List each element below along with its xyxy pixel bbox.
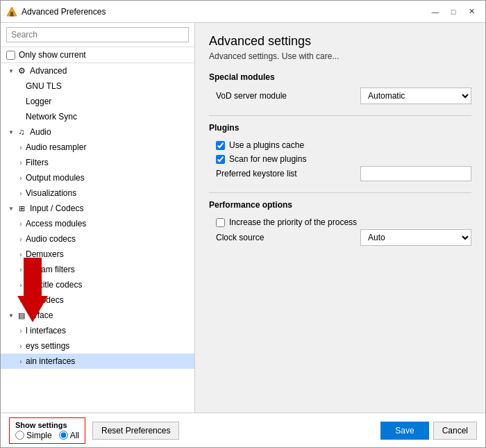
tree-item-main-interfaces[interactable]: › l interfaces xyxy=(1,323,194,338)
label-keys-settings: eys settings xyxy=(26,341,69,351)
only-show-current-checkbox[interactable] xyxy=(6,51,15,60)
tree-item-advanced[interactable]: ▼ ⚙ Advanced xyxy=(1,63,194,78)
tree-item-demuxers[interactable]: › Demuxers xyxy=(1,247,194,262)
tree-item-main-interfaces2[interactable]: › ain interfaces xyxy=(1,354,194,369)
search-box xyxy=(1,23,194,47)
row-plugins-cache: Use a plugins cache xyxy=(209,138,471,152)
arrow-keys-settings: › xyxy=(16,342,26,350)
title-bar: Advanced Preferences — □ ✕ xyxy=(1,1,485,23)
label-clock-source: Clock source xyxy=(216,233,360,242)
section-title-special-modules: Special modules xyxy=(209,72,471,82)
arrow-input-codecs: ▼ xyxy=(6,206,16,212)
main-window: Advanced Preferences — □ ✕ Only show cur… xyxy=(0,0,486,448)
tree-item-subtitle-codecs[interactable]: › Subtitle codecs xyxy=(1,277,194,292)
tree-item-logger[interactable]: Logger xyxy=(1,94,194,109)
checkbox-plugins-cache[interactable] xyxy=(216,141,225,150)
panel-title: Advanced settings xyxy=(209,34,471,49)
tree-item-visualizations[interactable]: › Visualizations xyxy=(1,185,194,201)
label-filters: Filters xyxy=(26,158,49,167)
label-input-codecs: Input / Codecs xyxy=(30,204,83,213)
section-performance: Performance options Increase the priorit… xyxy=(209,200,471,246)
section-special-modules: Special modules VoD server module Automa… xyxy=(209,72,471,104)
reset-button[interactable]: Reset Preferences xyxy=(92,422,179,440)
only-show-current-row: Only show current xyxy=(1,47,194,63)
radio-simple[interactable]: Simple xyxy=(15,431,52,440)
radio-simple-label: Simple xyxy=(26,431,52,440)
arrow-access-modules: › xyxy=(16,220,26,228)
section-plugins: Plugins Use a plugins cache Scan for new… xyxy=(209,123,471,181)
label-subtitle-codecs: Subtitle codecs xyxy=(26,280,82,290)
tree-item-input-codecs[interactable]: ▼ ⊞ Input / Codecs xyxy=(1,201,194,216)
cancel-button[interactable]: Cancel xyxy=(433,422,477,440)
svg-rect-1 xyxy=(10,12,13,15)
radio-group: Simple All xyxy=(15,431,79,440)
label-audio-codecs: Audio codecs xyxy=(26,234,76,244)
row-vod-server: VoD server module Automatic None xyxy=(209,88,471,104)
checkbox-scan-new-plugins[interactable] xyxy=(216,155,225,164)
label-audio: Audio xyxy=(30,127,51,137)
tree-item-audio-resampler[interactable]: › Audio resampler xyxy=(1,140,194,155)
tree-item-audio[interactable]: ▼ ♫ Audio xyxy=(1,124,194,140)
svg-rect-2 xyxy=(10,15,14,17)
select-clock-source[interactable]: Auto System Monotonic xyxy=(360,229,471,246)
arrow-audio: ▼ xyxy=(6,129,16,135)
tree-item-access-modules[interactable]: › Access modules xyxy=(1,216,194,231)
main-content: Only show current ▼ ⚙ Advanced GNU TLS L… xyxy=(1,23,485,413)
tree-item-output-modules[interactable]: › Output modules xyxy=(1,170,194,185)
radio-simple-input[interactable] xyxy=(15,431,24,440)
tree-item-filters[interactable]: › Filters xyxy=(1,155,194,170)
radio-all-input[interactable] xyxy=(59,431,68,440)
select-vod-server[interactable]: Automatic None xyxy=(360,88,471,104)
icon-input-codecs: ⊞ xyxy=(16,203,27,214)
arrow-video-codecs: › xyxy=(16,297,26,304)
tree-item-keys-settings[interactable]: › eys settings xyxy=(1,338,194,354)
tree-item-gnu-tls[interactable]: GNU TLS xyxy=(1,78,194,94)
input-preferred-keystore[interactable] xyxy=(360,166,471,181)
label-network-sync: Network Sync xyxy=(26,112,77,122)
checkbox-increase-priority[interactable] xyxy=(216,218,225,227)
arrow-visualizations: › xyxy=(16,190,26,197)
window-controls: — □ ✕ xyxy=(427,5,480,19)
maximize-button[interactable]: □ xyxy=(445,5,462,19)
arrow-audio-resampler: › xyxy=(16,144,26,151)
arrow-filters: › xyxy=(16,159,26,167)
label-audio-resampler: Audio resampler xyxy=(26,142,86,152)
label-demuxers: Demuxers xyxy=(26,249,64,259)
label-plugins-cache: Use a plugins cache xyxy=(229,140,304,150)
arrow-subtitle-codecs: › xyxy=(16,281,26,289)
label-preferred-keystore: Preferred keystore list xyxy=(216,169,360,179)
arrow-advanced: ▼ xyxy=(6,68,16,74)
minimize-button[interactable]: — xyxy=(427,5,444,19)
left-panel: Only show current ▼ ⚙ Advanced GNU TLS L… xyxy=(1,23,195,413)
divider-2 xyxy=(209,192,471,193)
search-input[interactable] xyxy=(6,27,189,42)
arrow-output-modules: › xyxy=(16,174,26,182)
row-scan-new-plugins: Scan for new plugins xyxy=(209,152,471,166)
label-advanced: Advanced xyxy=(30,66,67,76)
section-title-performance: Performance options xyxy=(209,200,471,210)
row-clock-source: Clock source Auto System Monotonic xyxy=(209,229,471,246)
tree-item-audio-codecs[interactable]: › Audio codecs xyxy=(1,231,194,247)
save-button[interactable]: Save xyxy=(380,422,428,440)
label-increase-priority: Increase the priority of the process xyxy=(229,217,357,227)
only-show-current-label: Only show current xyxy=(19,50,86,60)
arrow-stream-filters: › xyxy=(16,266,26,274)
radio-all-label: All xyxy=(70,431,79,440)
tree-item-video-codecs[interactable]: › eo codecs xyxy=(1,292,194,308)
label-main-interfaces: l interfaces xyxy=(26,326,66,335)
label-vod-server: VoD server module xyxy=(216,91,360,101)
row-preferred-keystore: Preferred keystore list xyxy=(209,166,471,181)
label-logger: Logger xyxy=(26,97,51,106)
tree-container: ▼ ⚙ Advanced GNU TLS Logger Network Sync xyxy=(1,63,194,413)
show-settings-label: Show settings xyxy=(15,421,79,429)
close-button[interactable]: ✕ xyxy=(463,5,480,19)
tree-item-interface[interactable]: ▼ ▤ erface xyxy=(1,308,194,323)
radio-all[interactable]: All xyxy=(59,431,79,440)
bottom-right-buttons: Save Cancel xyxy=(380,422,477,440)
label-output-modules: Output modules xyxy=(26,173,85,183)
arrow-demuxers: › xyxy=(16,251,26,258)
right-panel: Advanced settings Advanced settings. Use… xyxy=(195,23,485,413)
tree-item-network-sync[interactable]: Network Sync xyxy=(1,109,194,124)
arrow-main-interfaces2: › xyxy=(16,358,26,365)
tree-item-stream-filters[interactable]: › Stream filters xyxy=(1,262,194,277)
